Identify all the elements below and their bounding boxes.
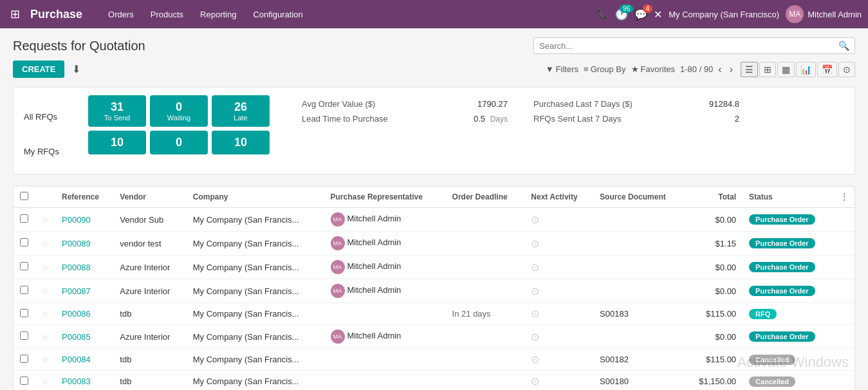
messages-icon[interactable]: 💬 4 <box>634 8 647 21</box>
favorite-star[interactable]: ☆ <box>41 239 49 248</box>
favorite-star[interactable]: ☆ <box>41 215 49 225</box>
table-row[interactable]: ☆ P00083 tdb My Company (San Francis... … <box>14 371 854 391</box>
col-deadline[interactable]: Order Deadline <box>446 187 525 208</box>
row-checkbox[interactable] <box>20 214 28 223</box>
favorite-star[interactable]: ☆ <box>41 263 49 272</box>
activity-cell[interactable]: ⊙ <box>524 279 593 303</box>
favorite-star[interactable]: ☆ <box>41 376 49 386</box>
late-card[interactable]: 26 Late <box>212 95 270 127</box>
reference-link[interactable]: P00088 <box>62 263 91 272</box>
activity-cell[interactable]: ⊙ <box>524 232 593 255</box>
rep-cell <box>324 371 446 391</box>
reference-link[interactable]: P00085 <box>62 332 91 342</box>
page-header: Requests for Quotation 🔍 <box>13 37 855 54</box>
table-row[interactable]: ☆ P00088 Azure Interior My Company (San … <box>14 255 854 279</box>
table-row[interactable]: ☆ P00089 vendor test My Company (San Fra… <box>14 232 854 255</box>
view-list[interactable]: ☰ <box>741 62 758 77</box>
waiting-card[interactable]: 0 Waiting <box>150 95 208 127</box>
view-kanban[interactable]: ⊞ <box>759 62 776 77</box>
col-source[interactable]: Source Document <box>593 187 685 208</box>
to-send-card[interactable]: 31 To Send <box>88 95 146 127</box>
grid-icon[interactable]: ⊞ <box>6 7 24 21</box>
activity-cell[interactable]: ⊙ <box>524 208 593 232</box>
favorite-star[interactable]: ☆ <box>41 309 49 319</box>
row-checkbox[interactable] <box>20 286 28 294</box>
status-cell: Cancelled <box>743 371 834 391</box>
row-checkbox[interactable] <box>20 355 28 363</box>
my-late-card[interactable]: 10 <box>212 131 270 154</box>
status-badge: RFQ <box>749 309 777 319</box>
my-waiting-card[interactable]: 0 <box>150 131 208 154</box>
groupby-icon: ≡ <box>584 64 589 74</box>
table-row[interactable]: ☆ P00087 Azure Interior My Company (San … <box>14 279 854 303</box>
row-checkbox[interactable] <box>20 331 28 340</box>
row-checkbox[interactable] <box>20 376 28 385</box>
table-row[interactable]: ☆ P00090 Vendor Sub My Company (San Fran… <box>14 208 854 232</box>
col-vendor[interactable]: Vendor <box>113 187 186 208</box>
row-checkbox[interactable] <box>20 262 28 270</box>
reference-link[interactable]: P00084 <box>62 355 91 364</box>
row-checkbox[interactable] <box>20 238 28 246</box>
row-checkbox[interactable] <box>20 309 28 317</box>
activity-cell[interactable]: ⊙ <box>524 255 593 279</box>
column-options-icon[interactable]: ⋮ <box>840 192 848 201</box>
activity-cell[interactable]: ⊙ <box>524 349 593 371</box>
user-menu[interactable]: MA Mitchell Admin <box>786 5 862 23</box>
reference-link[interactable]: P00086 <box>62 309 91 319</box>
col-rep[interactable]: Purchase Representative <box>324 187 446 208</box>
col-reference[interactable]: Reference <box>55 187 113 208</box>
table-row[interactable]: ☆ P00086 tdb My Company (San Francis... … <box>14 303 854 325</box>
activity-icon[interactable]: 🕐 96 <box>615 8 628 21</box>
pager: 1-80 / 90 ‹ › <box>680 62 735 77</box>
company-cell: My Company (San Francis... <box>187 208 324 232</box>
view-activity[interactable]: ⊙ <box>838 62 855 77</box>
status-cell: Purchase Order <box>743 255 834 279</box>
deadline-cell <box>446 232 525 255</box>
activity-cell[interactable]: ⊙ <box>524 325 593 349</box>
status-badge: Purchase Order <box>749 331 815 342</box>
source-cell: S00180 <box>593 371 685 391</box>
table-row[interactable]: ☆ P00084 tdb My Company (San Francis... … <box>14 349 854 371</box>
reference-link[interactable]: P00087 <box>62 286 91 296</box>
col-total[interactable]: Total <box>685 187 743 208</box>
nav-configuration[interactable]: Configuration <box>246 7 309 22</box>
select-all-checkbox[interactable] <box>20 192 28 200</box>
table-row[interactable]: ☆ P00085 Azure Interior My Company (San … <box>14 325 854 349</box>
activity-cell[interactable]: ⊙ <box>524 371 593 391</box>
status-badge: Cancelled <box>749 355 795 365</box>
nav-orders[interactable]: Orders <box>102 7 140 22</box>
view-chart[interactable]: 📊 <box>796 62 816 77</box>
search-input[interactable] <box>539 41 838 51</box>
nav-reporting[interactable]: Reporting <box>194 7 243 22</box>
pager-next[interactable]: › <box>727 62 735 77</box>
pager-prev[interactable]: ‹ <box>716 62 724 77</box>
vendor-cell: Vendor Sub <box>113 208 186 232</box>
download-button[interactable]: ⬇ <box>69 60 83 78</box>
reference-link[interactable]: P00089 <box>62 239 91 248</box>
view-calendar[interactable]: 📅 <box>817 62 837 77</box>
all-rfqs-cards: 31 To Send 0 Waiting 26 Late <box>88 95 270 127</box>
col-company[interactable]: Company <box>187 187 324 208</box>
rep-cell: MAMitchell Admin <box>324 208 446 232</box>
filters-button[interactable]: ▼ Filters <box>546 64 578 74</box>
col-status[interactable]: Status <box>743 187 834 208</box>
rep-cell: MAMitchell Admin <box>324 232 446 255</box>
source-cell <box>593 325 685 349</box>
close-icon[interactable]: ✕ <box>654 8 662 21</box>
favorite-star[interactable]: ☆ <box>41 286 49 296</box>
reference-link[interactable]: P00090 <box>62 215 91 225</box>
my-to-send-card[interactable]: 10 <box>88 131 146 154</box>
group-by-button[interactable]: ≡ Group By <box>584 64 626 74</box>
favorite-star[interactable]: ☆ <box>41 355 49 364</box>
nav-products[interactable]: Products <box>144 7 190 22</box>
rep-cell: MAMitchell Admin <box>324 255 446 279</box>
rfq-table: Reference Vendor Company Purchase Repres… <box>13 186 855 390</box>
create-button[interactable]: CREATE <box>13 60 64 78</box>
favorite-star[interactable]: ☆ <box>41 332 49 342</box>
phone-icon[interactable]: 📞 <box>596 8 609 20</box>
favorites-button[interactable]: ★ Favorites <box>631 64 675 74</box>
col-activity[interactable]: Next Activity <box>524 187 593 208</box>
activity-cell[interactable]: ⊙ <box>524 303 593 325</box>
reference-link[interactable]: P00083 <box>62 376 91 386</box>
view-table[interactable]: ▦ <box>777 62 795 77</box>
